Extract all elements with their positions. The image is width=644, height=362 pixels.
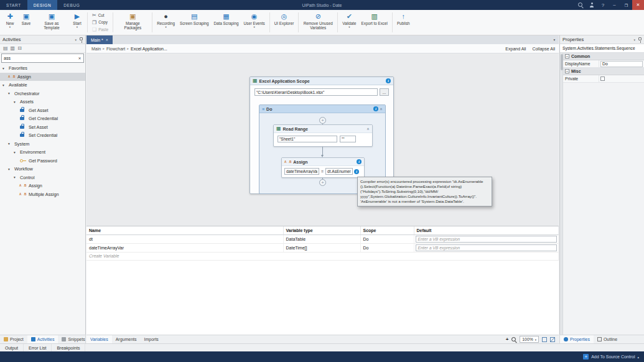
column-header-scope[interactable]: Scope	[360, 226, 414, 234]
tree-item-favorites[interactable]: ▾Favorites	[0, 64, 85, 73]
ui-explorer-button[interactable]: ◎UI Explorer	[272, 11, 297, 26]
publish-button[interactable]: ↑Publish	[394, 11, 413, 26]
designer-canvas[interactable]: ▦ Excel Application Scope ... ≡ Do	[86, 53, 559, 226]
variable-default-input[interactable]: Enter a VB expression	[416, 244, 558, 251]
pin-icon[interactable]	[80, 37, 83, 40]
remove-unused-variables-button[interactable]: ⊘Remove Unused Variables	[301, 11, 335, 30]
fit-to-screen-icon[interactable]	[542, 337, 547, 342]
user-events-button[interactable]: ◉User Events▾	[241, 11, 267, 29]
read-range-activity[interactable]: ▦ Read Range	[273, 124, 373, 147]
assign-activity[interactable]: A→B Assign =	[281, 157, 365, 178]
titlebar-tab-debug[interactable]: DEBUG	[57, 0, 86, 10]
add-to-source-control-button[interactable]: Add To Source Control	[583, 354, 644, 360]
assign-to-input[interactable]	[284, 168, 319, 175]
read-range-header[interactable]: ▦ Read Range	[274, 125, 372, 133]
variable-type-cell[interactable]: DataTable	[283, 234, 360, 243]
search-icon[interactable]	[575, 0, 586, 10]
toolbar-categories-icon[interactable]: ⊟	[17, 46, 22, 51]
tree-item-workflow[interactable]: ▾Workflow	[0, 165, 85, 174]
breadcrumb-item-excel-application[interactable]: Excel Application...	[129, 47, 169, 51]
tab-list-chevron-icon[interactable]	[550, 35, 559, 44]
copy-button[interactable]: ❐Copy	[91, 19, 109, 26]
collapse-all-link[interactable]: Collapse All	[532, 47, 555, 51]
tree-item-set-asset[interactable]: Set Asset	[0, 123, 85, 132]
validate-button[interactable]: ✔Validate▾	[340, 11, 358, 29]
tree-item-orchestrator[interactable]: ▾Orchestrator	[0, 90, 85, 98]
column-header-default[interactable]: Default	[414, 226, 559, 234]
add-activity-icon[interactable]	[319, 179, 326, 186]
scrollbar-thumb[interactable]	[561, 54, 563, 70]
tree-item-assign[interactable]: A→BAssign	[0, 182, 85, 190]
tab-imports[interactable]: Imports	[141, 335, 162, 343]
screen-scraping-button[interactable]: ▤Screen Scraping	[177, 11, 212, 26]
export-to-excel-button[interactable]: ▥Export to Excel	[359, 11, 390, 26]
tab-activities[interactable]: Activities	[27, 335, 58, 343]
pan-icon[interactable]	[506, 337, 509, 342]
save-as-template-button[interactable]: ▣Save as Template	[34, 11, 69, 30]
user-icon[interactable]	[586, 0, 597, 10]
section-header-common[interactable]: −Common	[563, 53, 644, 60]
sheet-name-input[interactable]	[278, 136, 337, 142]
status-tab-output[interactable]: Output	[0, 344, 24, 351]
variable-scope-cell[interactable]: Do	[360, 243, 414, 252]
excel-scope-header[interactable]: ▦ Excel Application Scope	[250, 77, 393, 85]
tab-arguments[interactable]: Arguments	[112, 335, 141, 343]
zoom-icon[interactable]	[511, 337, 516, 342]
create-variable-row[interactable]: Create Variable	[86, 252, 559, 260]
collapse-icon[interactable]	[366, 128, 371, 130]
tree-item-get-password[interactable]: Get Password	[0, 157, 85, 165]
tab-outline[interactable]: Outline	[594, 335, 621, 343]
assign-value-input[interactable]	[325, 168, 353, 175]
tab-variables[interactable]: Variables	[86, 335, 112, 343]
column-header-variable-type[interactable]: Variable type	[283, 226, 360, 234]
tree-item-available[interactable]: ▾Available	[0, 81, 85, 90]
create-variable-label[interactable]: Create Variable	[86, 252, 559, 260]
do-sequence-header[interactable]: ≡ Do	[259, 105, 385, 113]
save-button[interactable]: ▣Save	[18, 11, 34, 26]
titlebar-tab-start[interactable]: START	[0, 0, 27, 10]
tab-snippets[interactable]: Snippets	[58, 335, 88, 343]
variable-default-input[interactable]: Enter a VB expression	[416, 236, 558, 243]
toolbar-list-icon[interactable]: ▥	[11, 46, 16, 51]
status-tab-breakpoints[interactable]: Breakpoints	[52, 344, 85, 351]
variable-type-cell[interactable]: DateTime[]	[283, 243, 360, 252]
toolbar-grid-icon[interactable]: ▤	[3, 46, 8, 51]
tree-item-environment[interactable]: ▾Environment	[0, 148, 85, 157]
close-tab-icon[interactable]	[106, 38, 108, 42]
tab-project[interactable]: Project	[0, 335, 27, 343]
status-tab-error-list[interactable]: Error List	[24, 344, 52, 351]
variable-scope-cell[interactable]: Do	[360, 234, 414, 243]
workbook-path-input[interactable]	[254, 88, 378, 96]
variable-name-cell[interactable]: dt	[86, 234, 283, 243]
error-info-icon[interactable]	[354, 169, 359, 174]
tree-item-assign[interactable]: A→BAssign	[0, 73, 85, 81]
range-input[interactable]	[340, 136, 356, 142]
add-activity-icon[interactable]	[319, 117, 326, 124]
info-icon[interactable]	[386, 78, 391, 83]
zoom-level-select[interactable]: 100%	[520, 336, 539, 343]
info-icon[interactable]	[357, 159, 362, 164]
manage-packages-button[interactable]: ▣Manage Packages	[115, 11, 150, 30]
paste-button[interactable]: ❏Paste	[91, 26, 110, 33]
section-header-misc[interactable]: −Misc	[563, 68, 644, 75]
properties-scrollbar[interactable]	[560, 53, 563, 335]
browse-button[interactable]: ...	[380, 88, 389, 96]
tab-main[interactable]: Main *	[86, 35, 113, 44]
tree-item-assets[interactable]: ▾Assets	[0, 98, 85, 106]
minimize-button[interactable]	[609, 0, 620, 10]
tree-item-control[interactable]: ▾Control	[0, 174, 85, 182]
tree-item-get-credential[interactable]: Get Credential	[0, 114, 85, 123]
breadcrumb-item-flowchart[interactable]: Flowchart	[105, 47, 126, 51]
activities-search-input[interactable]	[2, 56, 76, 60]
tree-item-set-credential[interactable]: Set Credential	[0, 131, 85, 140]
start-button[interactable]: ▶Start▾	[69, 11, 85, 29]
expand-all-link[interactable]: Expand All	[505, 47, 526, 51]
pin-icon[interactable]	[638, 37, 642, 40]
tree-item-system[interactable]: ▾System	[0, 140, 85, 149]
variable-name-cell[interactable]: dateTimeArrayVar	[86, 243, 283, 252]
cut-button[interactable]: ✂Cut	[91, 12, 106, 19]
column-header-name[interactable]: Name	[86, 226, 283, 234]
breadcrumb-item-main[interactable]: Main	[90, 47, 102, 51]
info-icon[interactable]	[373, 106, 378, 111]
maximize-button[interactable]	[620, 0, 632, 10]
